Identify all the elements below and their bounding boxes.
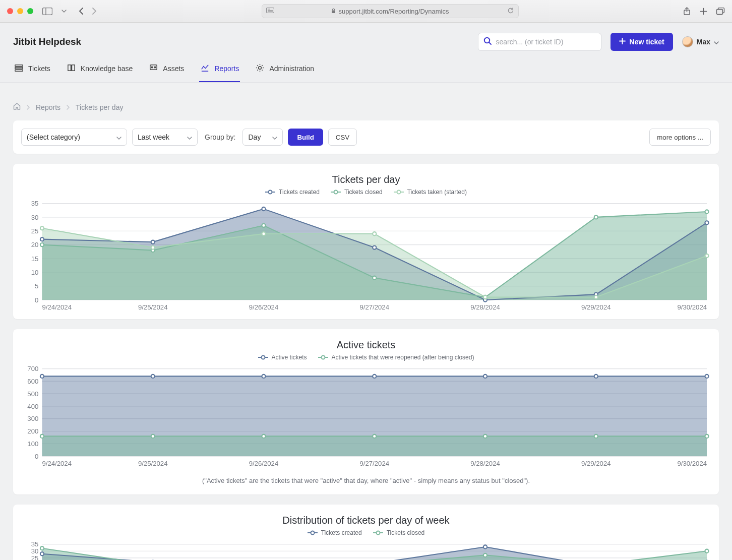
window-close-icon[interactable]	[7, 8, 13, 14]
svg-text:9/29/2024: 9/29/2024	[581, 460, 611, 468]
svg-point-120	[376, 531, 380, 534]
breadcrumb-link-reports[interactable]: Reports	[36, 103, 60, 111]
chart-legend: Tickets createdTickets closed	[19, 529, 713, 536]
svg-rect-12	[717, 9, 723, 14]
nav-forward-icon[interactable]	[91, 7, 97, 15]
window-minimize-icon[interactable]	[17, 8, 23, 14]
search-input[interactable]	[496, 38, 596, 46]
legend-swatch-icon	[308, 530, 318, 535]
legend-label: Tickets closed	[387, 529, 425, 536]
tab-tickets[interactable]: Tickets	[13, 58, 51, 82]
svg-text:25: 25	[31, 227, 39, 235]
svg-point-57	[262, 224, 265, 227]
page-scroll[interactable]: Jitbit Helpdesk New ticket Max	[0, 23, 732, 560]
chart-distribution_dow: Distribution of tickets per day of weekT…	[13, 505, 719, 560]
svg-text:9/26/2024: 9/26/2024	[249, 303, 279, 311]
home-icon[interactable]	[13, 103, 21, 111]
svg-point-100	[483, 375, 487, 378]
svg-text:35: 35	[31, 200, 39, 207]
group-by-label: Group by:	[203, 133, 237, 141]
share-icon[interactable]	[683, 7, 691, 16]
assets-icon	[149, 63, 158, 74]
svg-text:9/27/2024: 9/27/2024	[359, 460, 389, 468]
svg-text:9/27/2024: 9/27/2024	[359, 303, 389, 311]
legend-label: Tickets created	[321, 529, 362, 536]
tab-admin[interactable]: Administration	[254, 58, 315, 82]
nav-back-icon[interactable]	[79, 7, 84, 15]
sidebar-toggle-icon[interactable]	[42, 8, 52, 15]
svg-text:10: 10	[31, 269, 39, 276]
csv-button[interactable]: CSV	[328, 129, 357, 146]
breadcrumb: Reports Tickets per day	[13, 92, 719, 120]
chart-legend: Tickets createdTickets closedTickets tak…	[19, 189, 713, 196]
search-box[interactable]	[478, 33, 601, 51]
tab-kb[interactable]: Knowledge base	[66, 58, 134, 82]
svg-text:9/28/2024: 9/28/2024	[470, 303, 500, 311]
svg-text:9/25/2024: 9/25/2024	[138, 460, 168, 468]
svg-point-96	[40, 375, 44, 378]
svg-text:5: 5	[35, 282, 38, 290]
svg-rect-17	[15, 65, 23, 67]
more-options-button[interactable]: more options ...	[649, 129, 711, 146]
svg-text:25: 25	[31, 554, 39, 560]
daterange-select[interactable]: Last week	[132, 129, 198, 146]
tab-reports[interactable]: Reports	[199, 58, 240, 82]
admin-icon	[255, 63, 265, 74]
svg-point-50	[262, 207, 265, 211]
legend-swatch-icon	[394, 190, 404, 195]
svg-point-105	[262, 434, 265, 438]
url-text: support.jitbit.com/Reporting/Dynamics	[339, 8, 449, 15]
svg-point-55	[40, 243, 44, 246]
svg-text:9/28/2024: 9/28/2024	[470, 460, 500, 468]
svg-point-58	[373, 276, 376, 280]
main-tabs: TicketsKnowledge baseAssetsReportsAdmini…	[0, 56, 732, 82]
breadcrumb-current: Tickets per day	[76, 103, 123, 111]
build-button[interactable]: Build	[288, 129, 323, 146]
svg-rect-19	[15, 70, 23, 71]
svg-text:400: 400	[27, 403, 38, 410]
svg-point-61	[705, 210, 708, 213]
chart-title: Tickets per day	[19, 174, 713, 185]
chart-canvas: 01002003004005006007009/24/20249/25/2024…	[19, 364, 713, 469]
svg-text:30: 30	[31, 214, 39, 221]
svg-point-133	[483, 545, 487, 548]
lock-icon	[331, 8, 336, 15]
legend-swatch-icon	[318, 355, 328, 360]
svg-point-64	[262, 232, 265, 235]
svg-text:9/26/2024: 9/26/2024	[249, 460, 279, 468]
svg-point-103	[40, 434, 44, 438]
reader-icon[interactable]	[266, 8, 274, 15]
new-ticket-button[interactable]: New ticket	[611, 33, 673, 51]
svg-text:9/30/2024: 9/30/2024	[678, 460, 707, 468]
category-select[interactable]: (Select category)	[21, 129, 127, 146]
groupby-select[interactable]: Day	[242, 129, 283, 146]
tab-assets[interactable]: Assets	[148, 58, 185, 82]
svg-text:20: 20	[31, 241, 39, 248]
url-bar[interactable]: support.jitbit.com/Reporting/Dynamics	[262, 4, 519, 18]
svg-point-136	[40, 546, 44, 550]
groupby-select-value: Day	[248, 133, 261, 141]
svg-point-31	[397, 191, 400, 194]
svg-point-109	[705, 434, 708, 438]
tabs-overview-icon[interactable]	[716, 8, 725, 15]
user-menu[interactable]: Max	[682, 36, 719, 47]
window-zoom-icon[interactable]	[27, 8, 33, 14]
chevron-down-icon	[714, 38, 719, 46]
legend-swatch-icon	[331, 190, 341, 195]
app-title: Jitbit Helpdesk	[13, 36, 81, 47]
legend-label: Active tickets	[272, 354, 307, 361]
reload-icon[interactable]	[507, 7, 514, 16]
chevron-down-icon[interactable]	[62, 10, 67, 13]
legend-label: Active tickets that were reopened (after…	[332, 354, 474, 361]
tab-label: Reports	[214, 65, 239, 73]
new-ticket-label: New ticket	[630, 38, 664, 46]
svg-text:600: 600	[27, 378, 38, 385]
svg-text:700: 700	[27, 365, 38, 373]
tab-label: Administration	[269, 65, 314, 73]
svg-text:200: 200	[27, 428, 38, 435]
svg-point-62	[40, 226, 44, 230]
svg-text:9/24/2024: 9/24/2024	[42, 303, 72, 311]
svg-point-77	[261, 356, 265, 359]
new-tab-icon[interactable]	[700, 8, 707, 15]
svg-rect-18	[15, 68, 23, 69]
